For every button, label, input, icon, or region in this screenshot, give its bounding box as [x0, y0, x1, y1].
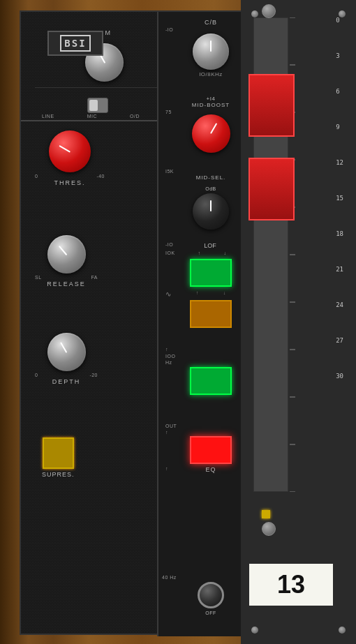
supres-button[interactable]	[43, 437, 74, 469]
supres-label: SUPRES.	[42, 471, 75, 478]
release-range: SL FA	[35, 275, 98, 280]
scale-9: 9	[336, 124, 343, 130]
out-arrow: ↑	[165, 430, 168, 435]
depth-container: 0 -20 DEPTH	[35, 333, 98, 385]
release-label: RELEASE	[47, 280, 86, 287]
vu-section: 0 3 6 9 12 15 18 21 24 27 30 13	[241, 0, 356, 644]
vu-trim-knob-bottom[interactable]	[262, 522, 276, 536]
arrow-down-2: ↓	[223, 290, 226, 298]
mid-freq-low: I5K	[165, 169, 174, 174]
cb-low: -IO	[165, 27, 173, 32]
bottom-left-label: 40 Hz	[162, 575, 177, 580]
channel-number: 13	[277, 570, 305, 599]
screw-bl	[251, 627, 258, 634]
screw-br	[339, 627, 346, 634]
mid-boost-value: +I4	[207, 96, 216, 102]
line-label: LINE	[42, 114, 54, 119]
scale-12: 12	[336, 160, 343, 166]
depth-max: -20	[89, 373, 98, 377]
threshold-min: 0	[35, 174, 38, 179]
mid-boost-label: MID-BOOST	[192, 102, 230, 108]
scale-24: 24	[336, 302, 343, 308]
lof-orange-button[interactable]	[190, 300, 232, 328]
release-container: SL FA RELEASE	[35, 235, 98, 287]
mid-boost-knob[interactable]	[192, 114, 230, 153]
arrow-up-1: ↑	[198, 250, 201, 255]
depth-range: 0 -20	[35, 373, 98, 377]
eq-red-button[interactable]	[190, 436, 232, 464]
lof-low: -IO	[165, 242, 173, 249]
mid-sel-knob[interactable]	[193, 193, 229, 230]
input-labels: LINE MIC O/D	[42, 114, 140, 119]
input-toggle-container	[87, 98, 108, 113]
scale-27: 27	[336, 338, 343, 344]
wave-sym-left: ∿	[165, 290, 171, 298]
scale-18: 18	[336, 231, 343, 237]
meter-dot	[262, 510, 270, 518]
scale-6: 6	[336, 89, 343, 95]
threshold-label: THRES.	[54, 179, 85, 186]
depth-min: 0	[35, 373, 38, 377]
threshold-container: 0 -40 THRES.	[35, 130, 105, 186]
scale-0: 0	[336, 17, 343, 24]
arrow-down-1: ↓	[223, 250, 226, 255]
od-label: O/D	[130, 114, 140, 119]
main-unit: BSI TRIM LINE MIC	[20, 10, 260, 635]
threshold-max: -40	[96, 174, 105, 179]
fader-handle-top[interactable]	[249, 74, 295, 137]
scale-30: 30	[336, 373, 343, 380]
channel-number-card: 13	[249, 564, 333, 606]
screw-tl	[251, 10, 258, 17]
input-selector-section: LINE MIC O/D	[35, 87, 161, 122]
lof-green-button[interactable]	[190, 259, 232, 287]
release-knob[interactable]	[47, 235, 86, 274]
bsi-logo: BSI	[47, 31, 103, 56]
eq-arrow-up: ↑	[165, 466, 168, 473]
brand-name: BSI	[64, 38, 86, 49]
divider-1	[21, 120, 157, 121]
release-max: FA	[91, 275, 98, 280]
lof-label: LOF	[204, 242, 216, 249]
threshold-range: 0 -40	[35, 174, 105, 179]
depth-label: DEPTH	[52, 378, 81, 385]
cb-label: C/B	[205, 19, 217, 26]
hf-freq-low: IOO	[165, 354, 175, 359]
hf-arrows-up: ↑	[165, 347, 168, 352]
hf-unit-low: Hz	[165, 360, 172, 365]
depth-knob[interactable]	[47, 333, 86, 371]
hf-green-button[interactable]	[190, 367, 232, 395]
off-switch-container	[198, 582, 224, 608]
scale-15: 15	[336, 195, 343, 202]
mid-sel-label: MID-SEL.	[196, 174, 226, 181]
release-min: SL	[35, 275, 42, 280]
odb-label: OdB	[205, 186, 216, 191]
vu-trim-knob-top[interactable]	[262, 4, 276, 18]
arrow-up-2: ↑	[196, 290, 199, 298]
supres-container: SUPRES.	[42, 437, 75, 478]
scale-3: 3	[336, 53, 343, 59]
fader-handle-bottom[interactable]	[249, 158, 295, 220]
fader-track	[253, 17, 288, 492]
scale-21: 21	[336, 267, 343, 273]
wood-panel: BSI TRIM LINE MIC	[0, 0, 356, 644]
freq-label: IO/8KHz	[199, 71, 223, 77]
eq-label: EQ	[205, 466, 216, 473]
mic-label: MIC	[87, 114, 97, 119]
cb-knob[interactable]	[193, 33, 229, 70]
out-label: OUT	[165, 424, 177, 428]
input-toggle-switch[interactable]	[87, 98, 108, 113]
threshold-knob[interactable]	[49, 130, 91, 172]
off-rotary-knob[interactable]	[198, 582, 224, 608]
lo-freq-low: IOK	[165, 250, 175, 255]
off-label: OFF	[205, 611, 216, 615]
mid-sel-low: 75	[165, 110, 172, 114]
vu-scale: 0 3 6 9 12 15 18 21 24 27 30	[336, 17, 343, 380]
